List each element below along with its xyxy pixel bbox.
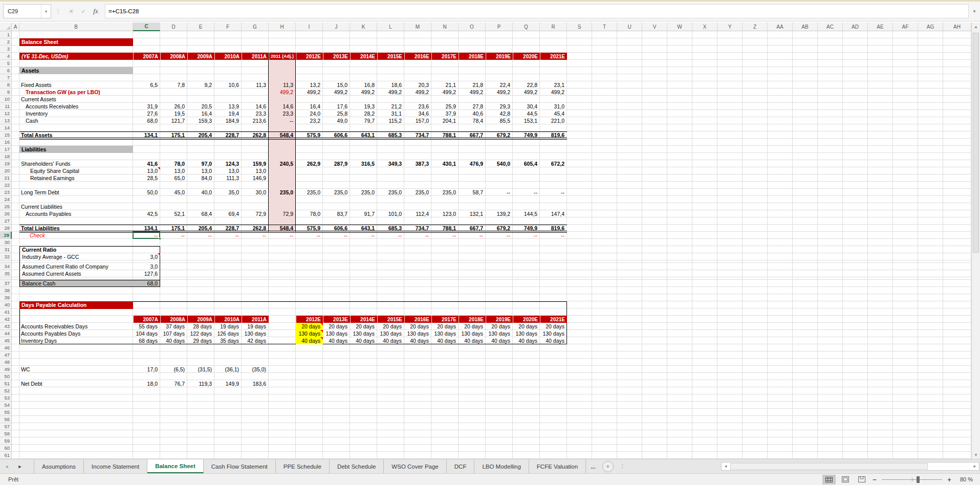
sheet-cell[interactable]: 672,2 bbox=[540, 160, 567, 167]
sheet-cell[interactable]: 3,0 bbox=[133, 263, 160, 270]
sheet-cell[interactable]: 41,6 bbox=[133, 160, 160, 167]
sheet-cell[interactable]: 499,2 bbox=[269, 89, 296, 96]
sheet-cell[interactable]: -- bbox=[160, 232, 187, 239]
row-header-54[interactable]: 54 bbox=[0, 402, 12, 409]
sheet-cell[interactable]: 130 days bbox=[323, 330, 350, 337]
page-break-view-icon[interactable] bbox=[855, 475, 868, 484]
sheet-cell[interactable]: 20 days bbox=[377, 323, 404, 330]
sheet-cell[interactable]: 68 days bbox=[133, 337, 160, 344]
sheet-tab-cash-flow-statement[interactable]: Cash Flow Statement bbox=[204, 459, 276, 473]
sheet-cell[interactable]: 45,0 bbox=[160, 189, 187, 196]
sheet-cell[interactable]: 20 days bbox=[486, 323, 513, 330]
sheet-cell[interactable]: -- bbox=[513, 232, 540, 239]
sheet-cell[interactable]: 34,6 bbox=[404, 110, 431, 117]
row-header-29[interactable]: 29 bbox=[0, 232, 12, 239]
row-header-44[interactable]: 44 bbox=[0, 330, 12, 337]
row-header-9[interactable]: 9 bbox=[0, 89, 12, 96]
sheet-cell[interactable]: 69,4 bbox=[214, 210, 242, 217]
sheet-cell[interactable]: 35 days bbox=[214, 337, 242, 344]
sheet-cell[interactable]: 605,4 bbox=[513, 160, 540, 167]
col-header-Q[interactable]: Q bbox=[513, 23, 540, 31]
row-header-4[interactable]: 4 bbox=[0, 53, 12, 60]
sheet-cell[interactable]: 499,2 bbox=[486, 89, 513, 96]
sheet-cell[interactable]: 40 days bbox=[350, 337, 377, 344]
col-header-AD[interactable]: AD bbox=[843, 23, 868, 31]
horizontal-scroll-thumb[interactable] bbox=[730, 463, 928, 470]
row-header-39[interactable]: 39 bbox=[0, 294, 12, 301]
sheet-cell[interactable]: 20 days bbox=[540, 323, 567, 330]
sheet-cell[interactable]: 115,2 bbox=[377, 117, 404, 124]
row-header-52[interactable]: 52 bbox=[0, 387, 12, 394]
tab-nav-left-icon[interactable]: ◄ bbox=[0, 459, 13, 473]
sheet-cell[interactable]: 18,6 bbox=[377, 81, 404, 89]
sheet-cell[interactable]: 19,5 bbox=[160, 110, 187, 117]
sheet-cell[interactable]: 27,6 bbox=[133, 110, 160, 117]
sheet-cell[interactable]: 130 days bbox=[350, 330, 377, 337]
sheet-cell[interactable]: 7,8 bbox=[160, 81, 187, 89]
sheet-cell[interactable]: 50,0 bbox=[133, 189, 160, 196]
row-header-1[interactable]: 1 bbox=[0, 31, 12, 38]
sheet-cell[interactable]: 29 days bbox=[187, 337, 214, 344]
sheet-cell[interactable]: 6,5 bbox=[133, 81, 160, 89]
sheet-cell[interactable]: 262,9 bbox=[296, 160, 323, 167]
sheet-cell[interactable]: 37,9 bbox=[431, 110, 459, 117]
col-header-U[interactable]: U bbox=[617, 23, 642, 31]
sheet-cell[interactable]: 13,0 bbox=[187, 167, 214, 174]
zoom-out-icon[interactable]: − bbox=[872, 476, 878, 483]
row-header-6[interactable]: 6 bbox=[0, 67, 12, 74]
sheet-cell[interactable]: -- bbox=[214, 232, 242, 239]
row-header-41[interactable]: 41 bbox=[0, 308, 12, 316]
sheet-cell[interactable]: 499,2 bbox=[540, 89, 567, 96]
sheet-cell[interactable]: 119,3 bbox=[187, 380, 214, 387]
tab-nav-right-icon[interactable]: ► bbox=[13, 459, 27, 473]
sheet-cell[interactable]: 40,6 bbox=[459, 110, 486, 117]
sheet-cell[interactable]: 123,0 bbox=[431, 210, 459, 217]
sheet-cell[interactable]: 9,2 bbox=[187, 81, 214, 89]
sheet-cell[interactable]: 13,0 bbox=[242, 167, 269, 174]
col-header-AB[interactable]: AB bbox=[793, 23, 818, 31]
sheet-cell[interactable]: 97,0 bbox=[187, 160, 214, 167]
sheet-cell[interactable]: 316,5 bbox=[350, 160, 377, 167]
sheet-cell[interactable]: -- bbox=[242, 232, 269, 239]
row-header-14[interactable]: 14 bbox=[0, 124, 12, 131]
sheet-cell[interactable]: 20 days bbox=[431, 323, 459, 330]
sheet-cell[interactable]: 78,4 bbox=[459, 117, 486, 124]
col-header-F[interactable]: F bbox=[214, 23, 242, 31]
sheet-tab-ppe-schedule[interactable]: PPE Schedule bbox=[276, 459, 330, 473]
zoom-level[interactable]: 80 % bbox=[955, 476, 973, 482]
row-header-30[interactable]: 30 bbox=[0, 239, 12, 246]
row-header-53[interactable]: 53 bbox=[0, 394, 12, 402]
sheet-cell[interactable]: -- bbox=[513, 189, 540, 196]
sheet-cell[interactable]: 45,4 bbox=[540, 110, 567, 117]
col-header-AC[interactable]: AC bbox=[818, 23, 843, 31]
sheet-cell[interactable]: 31,0 bbox=[540, 103, 567, 110]
sheet-cell[interactable]: 240,5 bbox=[269, 160, 296, 167]
row-header-47[interactable]: 47 bbox=[0, 351, 12, 359]
sheet-cell[interactable]: -- bbox=[486, 232, 513, 239]
add-sheet-icon[interactable]: + bbox=[602, 461, 614, 472]
sheet-cell[interactable]: 23,3 bbox=[269, 110, 296, 117]
sheet-cell[interactable]: 13,9 bbox=[214, 103, 242, 110]
col-header-C[interactable]: C bbox=[133, 23, 160, 31]
sheet-cell[interactable]: 44,5 bbox=[513, 110, 540, 117]
sheet-cell[interactable]: 213,6 bbox=[242, 117, 269, 124]
col-header-X[interactable]: X bbox=[692, 23, 717, 31]
sheet-tab-fcfe-valuation[interactable]: FCFE Valuation bbox=[529, 459, 586, 473]
sheet-cell[interactable]: 235,0 bbox=[431, 189, 459, 196]
col-header-R[interactable]: R bbox=[540, 23, 567, 31]
row-header-50[interactable]: 50 bbox=[0, 373, 12, 380]
sheet-cell[interactable]: 183,6 bbox=[242, 380, 269, 387]
insert-function-icon[interactable]: fx bbox=[90, 5, 102, 18]
sheet-cell[interactable]: 13,0 bbox=[133, 167, 160, 174]
sheet-cell[interactable]: -- bbox=[486, 189, 513, 196]
sheet-cell[interactable]: 23,6 bbox=[404, 103, 431, 110]
col-header-Z[interactable]: Z bbox=[743, 23, 768, 31]
row-header-10[interactable]: 10 bbox=[0, 96, 12, 103]
sheet-cell[interactable]: 29,3 bbox=[486, 103, 513, 110]
sheet-cell[interactable]: 28,5 bbox=[133, 174, 160, 182]
formula-bar-expand-icon[interactable]: ▾ bbox=[969, 9, 980, 14]
zoom-slider[interactable] bbox=[882, 475, 942, 484]
sheet-cell[interactable]: 499,2 bbox=[350, 89, 377, 96]
scroll-right-icon[interactable]: ► bbox=[971, 464, 979, 469]
row-header-31[interactable]: 31 bbox=[0, 246, 12, 253]
